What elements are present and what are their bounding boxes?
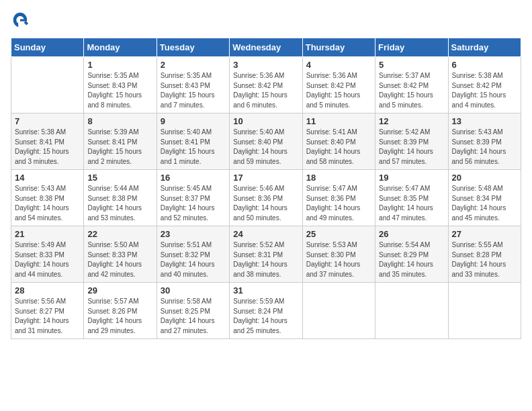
dow-header: Thursday (302, 38, 375, 57)
day-number: 26 (379, 229, 444, 239)
day-info: Sunrise: 5:40 AMSunset: 8:40 PMDaylight:… (233, 128, 298, 167)
calendar-cell: 17Sunrise: 5:46 AMSunset: 8:36 PMDayligh… (230, 170, 302, 226)
calendar-body: 1Sunrise: 5:35 AMSunset: 8:43 PMDaylight… (11, 57, 521, 339)
dow-header: Monday (84, 38, 157, 57)
day-number: 10 (233, 116, 298, 126)
day-info: Sunrise: 5:41 AMSunset: 8:40 PMDaylight:… (306, 128, 371, 167)
calendar-cell: 24Sunrise: 5:52 AMSunset: 8:31 PMDayligh… (230, 226, 302, 283)
day-info: Sunrise: 5:40 AMSunset: 8:41 PMDaylight:… (161, 128, 226, 167)
day-info: Sunrise: 5:44 AMSunset: 8:38 PMDaylight:… (87, 184, 152, 223)
day-of-week-row: SundayMondayTuesdayWednesdayThursdayFrid… (11, 38, 521, 57)
logo (11, 11, 31, 30)
day-number: 13 (452, 116, 517, 126)
calendar-cell: 14Sunrise: 5:43 AMSunset: 8:38 PMDayligh… (11, 170, 84, 226)
day-number: 25 (306, 229, 371, 239)
day-info: Sunrise: 5:38 AMSunset: 8:42 PMDaylight:… (452, 71, 517, 110)
day-info: Sunrise: 5:35 AMSunset: 8:43 PMDaylight:… (87, 71, 152, 110)
day-number: 3 (233, 60, 298, 70)
calendar-week-row: 21Sunrise: 5:49 AMSunset: 8:33 PMDayligh… (11, 226, 521, 283)
calendar-cell: 25Sunrise: 5:53 AMSunset: 8:30 PMDayligh… (302, 226, 375, 283)
calendar-cell: 31Sunrise: 5:59 AMSunset: 8:24 PMDayligh… (230, 283, 302, 339)
day-number: 14 (15, 173, 80, 183)
day-info: Sunrise: 5:47 AMSunset: 8:35 PMDaylight:… (379, 184, 444, 223)
calendar-table: SundayMondayTuesdayWednesdayThursdayFrid… (11, 38, 521, 339)
day-info: Sunrise: 5:57 AMSunset: 8:26 PMDaylight:… (87, 297, 152, 336)
calendar-cell: 28Sunrise: 5:56 AMSunset: 8:27 PMDayligh… (11, 283, 84, 339)
calendar-cell: 4Sunrise: 5:36 AMSunset: 8:42 PMDaylight… (302, 57, 375, 113)
day-info: Sunrise: 5:43 AMSunset: 8:39 PMDaylight:… (452, 128, 517, 167)
calendar-week-row: 14Sunrise: 5:43 AMSunset: 8:38 PMDayligh… (11, 170, 521, 226)
day-info: Sunrise: 5:56 AMSunset: 8:27 PMDaylight:… (15, 297, 80, 336)
logo-icon (11, 11, 30, 30)
day-number: 18 (306, 173, 371, 183)
day-info: Sunrise: 5:53 AMSunset: 8:30 PMDaylight:… (306, 240, 371, 279)
day-number: 2 (161, 60, 226, 70)
day-info: Sunrise: 5:48 AMSunset: 8:34 PMDaylight:… (452, 184, 517, 223)
calendar-cell: 19Sunrise: 5:47 AMSunset: 8:35 PMDayligh… (375, 170, 448, 226)
calendar-cell: 11Sunrise: 5:41 AMSunset: 8:40 PMDayligh… (302, 113, 375, 170)
calendar-cell: 23Sunrise: 5:51 AMSunset: 8:32 PMDayligh… (157, 226, 229, 283)
day-info: Sunrise: 5:42 AMSunset: 8:39 PMDaylight:… (379, 128, 444, 167)
day-number: 20 (452, 173, 517, 183)
calendar-week-row: 1Sunrise: 5:35 AMSunset: 8:43 PMDaylight… (11, 57, 521, 113)
day-number: 28 (15, 285, 80, 295)
day-number: 1 (87, 60, 152, 70)
day-info: Sunrise: 5:54 AMSunset: 8:29 PMDaylight:… (379, 240, 444, 279)
calendar-cell: 5Sunrise: 5:37 AMSunset: 8:42 PMDaylight… (375, 57, 448, 113)
day-info: Sunrise: 5:45 AMSunset: 8:37 PMDaylight:… (161, 184, 226, 223)
day-number: 6 (452, 60, 517, 70)
day-number: 11 (306, 116, 371, 126)
day-info: Sunrise: 5:37 AMSunset: 8:42 PMDaylight:… (379, 71, 444, 110)
day-info: Sunrise: 5:58 AMSunset: 8:25 PMDaylight:… (161, 297, 226, 336)
day-info: Sunrise: 5:49 AMSunset: 8:33 PMDaylight:… (15, 240, 80, 279)
calendar-cell: 10Sunrise: 5:40 AMSunset: 8:40 PMDayligh… (230, 113, 302, 170)
calendar-cell: 3Sunrise: 5:36 AMSunset: 8:42 PMDaylight… (230, 57, 302, 113)
day-number: 15 (87, 173, 152, 183)
calendar-cell: 12Sunrise: 5:42 AMSunset: 8:39 PMDayligh… (375, 113, 448, 170)
day-info: Sunrise: 5:36 AMSunset: 8:42 PMDaylight:… (233, 71, 298, 110)
day-number: 31 (233, 285, 298, 295)
day-info: Sunrise: 5:39 AMSunset: 8:41 PMDaylight:… (87, 128, 152, 167)
calendar-cell: 6Sunrise: 5:38 AMSunset: 8:42 PMDaylight… (448, 57, 521, 113)
calendar-cell (375, 283, 448, 339)
calendar-cell: 26Sunrise: 5:54 AMSunset: 8:29 PMDayligh… (375, 226, 448, 283)
day-number: 30 (161, 285, 226, 295)
day-number: 5 (379, 60, 444, 70)
calendar-cell: 9Sunrise: 5:40 AMSunset: 8:41 PMDaylight… (157, 113, 229, 170)
day-number: 21 (15, 229, 80, 239)
day-info: Sunrise: 5:43 AMSunset: 8:38 PMDaylight:… (15, 184, 80, 223)
calendar-cell: 27Sunrise: 5:55 AMSunset: 8:28 PMDayligh… (448, 226, 521, 283)
dow-header: Tuesday (157, 38, 229, 57)
day-number: 4 (306, 60, 371, 70)
day-number: 27 (452, 229, 517, 239)
page-header (11, 11, 521, 30)
calendar-cell: 22Sunrise: 5:50 AMSunset: 8:33 PMDayligh… (84, 226, 157, 283)
day-number: 19 (379, 173, 444, 183)
dow-header: Sunday (11, 38, 84, 57)
day-number: 22 (87, 229, 152, 239)
day-number: 29 (87, 285, 152, 295)
calendar-cell: 20Sunrise: 5:48 AMSunset: 8:34 PMDayligh… (448, 170, 521, 226)
calendar-cell: 13Sunrise: 5:43 AMSunset: 8:39 PMDayligh… (448, 113, 521, 170)
calendar-cell: 30Sunrise: 5:58 AMSunset: 8:25 PMDayligh… (157, 283, 229, 339)
calendar-cell: 29Sunrise: 5:57 AMSunset: 8:26 PMDayligh… (84, 283, 157, 339)
calendar-cell: 16Sunrise: 5:45 AMSunset: 8:37 PMDayligh… (157, 170, 229, 226)
day-number: 9 (161, 116, 226, 126)
day-info: Sunrise: 5:38 AMSunset: 8:41 PMDaylight:… (15, 128, 80, 167)
day-number: 16 (161, 173, 226, 183)
calendar-cell (448, 283, 521, 339)
calendar-week-row: 28Sunrise: 5:56 AMSunset: 8:27 PMDayligh… (11, 283, 521, 339)
calendar-cell: 18Sunrise: 5:47 AMSunset: 8:36 PMDayligh… (302, 170, 375, 226)
dow-header: Wednesday (230, 38, 302, 57)
calendar-cell (11, 57, 84, 113)
day-info: Sunrise: 5:46 AMSunset: 8:36 PMDaylight:… (233, 184, 298, 223)
day-number: 17 (233, 173, 298, 183)
day-info: Sunrise: 5:52 AMSunset: 8:31 PMDaylight:… (233, 240, 298, 279)
calendar-cell: 7Sunrise: 5:38 AMSunset: 8:41 PMDaylight… (11, 113, 84, 170)
dow-header: Saturday (448, 38, 521, 57)
day-info: Sunrise: 5:35 AMSunset: 8:43 PMDaylight:… (161, 71, 226, 110)
calendar-cell: 8Sunrise: 5:39 AMSunset: 8:41 PMDaylight… (84, 113, 157, 170)
day-number: 23 (161, 229, 226, 239)
dow-header: Friday (375, 38, 448, 57)
calendar-cell: 21Sunrise: 5:49 AMSunset: 8:33 PMDayligh… (11, 226, 84, 283)
